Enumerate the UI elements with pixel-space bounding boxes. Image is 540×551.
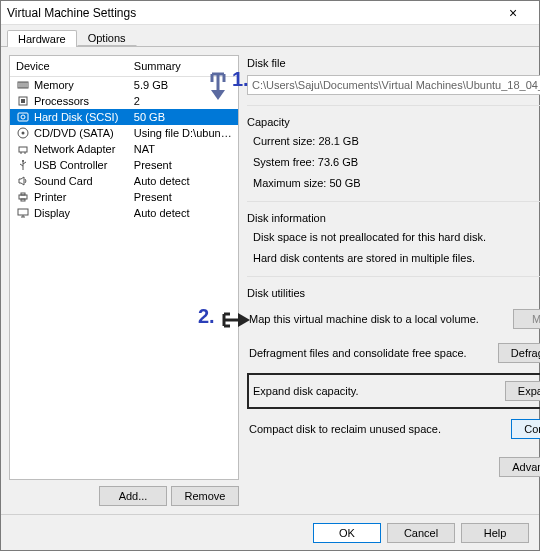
cpu-icon <box>16 95 30 107</box>
disk-utils-label: Disk utilities <box>247 287 540 299</box>
advanced-button[interactable]: Advanced... <box>499 457 540 477</box>
device-row-memory[interactable]: Memory 5.9 GB <box>10 77 238 93</box>
memory-icon <box>16 79 30 91</box>
disk-file-path[interactable]: C:\Users\Saju\Documents\Virtual Machines… <box>247 75 540 95</box>
separator <box>247 276 540 277</box>
printer-icon <box>16 191 30 203</box>
left-buttons: Add... Remove <box>9 480 239 506</box>
svg-rect-11 <box>19 147 27 152</box>
tabs: Hardware Options <box>1 25 539 47</box>
device-row-sound[interactable]: Sound Card Auto detect <box>10 173 238 189</box>
device-row-harddisk[interactable]: Hard Disk (SCSI) 50 GB <box>10 109 238 125</box>
device-row-usb[interactable]: USB Controller Present <box>10 157 238 173</box>
device-summary: Present <box>134 159 232 171</box>
device-name: USB Controller <box>34 159 107 171</box>
col-device: Device <box>16 60 134 72</box>
device-name: Network Adapter <box>34 143 115 155</box>
map-button[interactable]: Map... <box>513 309 540 329</box>
device-summary: Present <box>134 191 232 203</box>
disk-icon <box>16 111 30 123</box>
util-defrag-row: Defragment files and consolidate free sp… <box>247 339 540 367</box>
right-footer: Advanced... <box>247 449 540 477</box>
display-icon <box>16 207 30 219</box>
device-row-processors[interactable]: Processors 2 <box>10 93 238 109</box>
device-summary: Auto detect <box>134 207 232 219</box>
util-compact-text: Compact disk to reclaim unused space. <box>249 423 511 435</box>
capacity-current: Current size: 28.1 GB <box>247 134 540 149</box>
usb-icon <box>16 159 30 171</box>
device-row-network[interactable]: Network Adapter NAT <box>10 141 238 157</box>
remove-button[interactable]: Remove <box>171 486 239 506</box>
titlebar: Virtual Machine Settings × <box>1 1 539 25</box>
device-name: Sound Card <box>34 175 93 187</box>
close-icon[interactable]: × <box>493 5 533 21</box>
util-map-row: Map this virtual machine disk to a local… <box>247 305 540 333</box>
svg-point-8 <box>21 115 25 119</box>
svg-rect-20 <box>21 193 25 195</box>
util-expand-row: Expand disk capacity. Expand... <box>247 373 540 409</box>
sound-icon <box>16 175 30 187</box>
disk-file-label: Disk file <box>247 57 540 69</box>
device-summary: NAT <box>134 143 232 155</box>
device-list[interactable]: Device Summary Memory 5.9 GB Processors … <box>9 55 239 480</box>
device-row-printer[interactable]: Printer Present <box>10 189 238 205</box>
network-icon <box>16 143 30 155</box>
device-name: CD/DVD (SATA) <box>34 127 114 139</box>
right-pane: Disk file C:\Users\Saju\Documents\Virtua… <box>247 55 540 506</box>
compact-button[interactable]: Compact <box>511 419 540 439</box>
dialog-footer: OK Cancel Help <box>1 514 539 550</box>
svg-marker-18 <box>19 177 24 185</box>
expand-button[interactable]: Expand... <box>505 381 540 401</box>
device-name: Printer <box>34 191 66 203</box>
tab-options[interactable]: Options <box>77 29 137 46</box>
settings-window: Virtual Machine Settings × Hardware Opti… <box>0 0 540 551</box>
cancel-button[interactable]: Cancel <box>387 523 455 543</box>
util-map-text: Map this virtual machine disk to a local… <box>249 313 513 325</box>
device-name: Display <box>34 207 70 219</box>
separator <box>247 105 540 106</box>
util-expand-text: Expand disk capacity. <box>253 385 359 397</box>
capacity-label: Capacity <box>247 116 540 128</box>
window-title: Virtual Machine Settings <box>7 6 493 20</box>
device-row-cddvd[interactable]: CD/DVD (SATA) Using file D:\ubuntu-18.04… <box>10 125 238 141</box>
defragment-button[interactable]: Defragment <box>498 343 540 363</box>
svg-rect-6 <box>21 99 25 103</box>
separator <box>247 201 540 202</box>
device-summary: 5.9 GB <box>134 79 232 91</box>
device-summary: Using file D:\ubuntu-18.04.1... <box>134 127 232 139</box>
device-name: Memory <box>34 79 74 91</box>
ok-button[interactable]: OK <box>313 523 381 543</box>
left-pane: Device Summary Memory 5.9 GB Processors … <box>9 55 239 506</box>
device-summary: Auto detect <box>134 175 232 187</box>
svg-rect-19 <box>19 195 27 199</box>
tab-hardware[interactable]: Hardware <box>7 30 77 47</box>
util-compact-row: Compact disk to reclaim unused space. Co… <box>247 415 540 443</box>
util-defrag-text: Defragment files and consolidate free sp… <box>249 347 498 359</box>
capacity-maximum: Maximum size: 50 GB <box>247 176 540 191</box>
device-name: Hard Disk (SCSI) <box>34 111 118 123</box>
svg-rect-7 <box>18 113 28 121</box>
disk-info-line2: Hard disk contents are stored in multipl… <box>247 251 540 266</box>
col-summary: Summary <box>134 60 232 72</box>
capacity-system-free: System free: 73.6 GB <box>247 155 540 170</box>
device-summary: 50 GB <box>134 111 232 123</box>
disk-info-label: Disk information <box>247 212 540 224</box>
dialog-body: Device Summary Memory 5.9 GB Processors … <box>1 47 539 514</box>
svg-rect-21 <box>21 199 25 201</box>
device-name: Processors <box>34 95 89 107</box>
device-summary: 2 <box>134 95 232 107</box>
help-button[interactable]: Help <box>461 523 529 543</box>
svg-point-15 <box>22 160 24 162</box>
device-row-display[interactable]: Display Auto detect <box>10 205 238 221</box>
cd-icon <box>16 127 30 139</box>
device-list-header: Device Summary <box>10 56 238 77</box>
add-button[interactable]: Add... <box>99 486 167 506</box>
disk-info-line1: Disk space is not preallocated for this … <box>247 230 540 245</box>
svg-point-10 <box>22 132 25 135</box>
svg-rect-22 <box>18 209 28 215</box>
